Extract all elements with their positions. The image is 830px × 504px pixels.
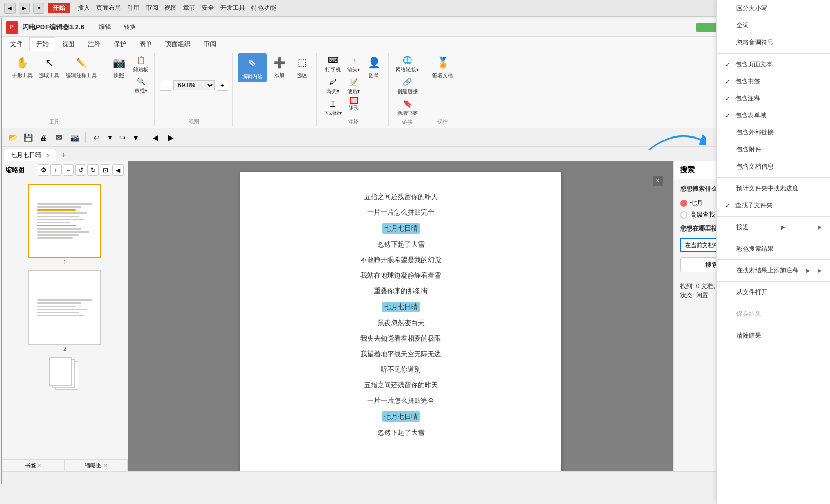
menu-item-彩色搜索结果[interactable]: 彩色搜索结果 xyxy=(717,240,830,257)
zoom-select[interactable]: 69.8% xyxy=(173,80,215,90)
clipboard-btn[interactable]: 📋 剪贴板 xyxy=(131,53,150,74)
ribbon-tab-review[interactable]: 审阅 xyxy=(197,37,223,51)
menu-item-包含外部链接[interactable]: 包含外部链接 xyxy=(717,124,830,141)
tab-add-btn[interactable]: + xyxy=(57,149,70,161)
menu-item-包含注释[interactable]: ✓包含注释 xyxy=(717,90,830,107)
title-menu-convert[interactable]: 转换 xyxy=(122,22,138,33)
doc-tab-active[interactable]: 七月七日晴 × xyxy=(4,149,56,161)
sidebar-collapse-btn[interactable]: ◀ xyxy=(112,164,124,176)
thumbnails-tab-close[interactable]: × xyxy=(104,463,107,468)
menu-item-区分大小写[interactable]: 区分大小写 xyxy=(717,0,830,17)
title-menu-edit[interactable]: 编辑 xyxy=(97,22,113,33)
camera-btn[interactable]: 📷 xyxy=(68,131,81,144)
edit-content-btn[interactable]: ✎ 编辑内容 xyxy=(238,53,267,82)
add-bookmark-btn[interactable]: 🔖 新增书签 xyxy=(394,97,420,117)
email-btn[interactable]: ✉ xyxy=(52,131,66,144)
thumbnail-page2[interactable]: 2 xyxy=(28,270,101,353)
ribbon-tab-view[interactable]: 视图 xyxy=(55,37,81,51)
create-link-btn[interactable]: 🔗 创建链接 xyxy=(394,75,420,96)
select-area-btn[interactable]: ⬚ 选区 xyxy=(292,53,312,80)
sidebar-rotate-right-btn[interactable]: ↻ xyxy=(87,164,99,176)
menu-item-全词[interactable]: 全词 xyxy=(717,17,830,34)
undo-dropdown-btn[interactable]: ▾ xyxy=(105,131,114,144)
menu-item-清除结果[interactable]: 清除结果 xyxy=(717,327,830,344)
edit-annot-btn[interactable]: ✏️ 编辑注释工具 xyxy=(64,53,99,80)
save-btn[interactable]: 💾 xyxy=(21,131,35,144)
ribbon-tab-form[interactable]: 表单 xyxy=(133,37,159,51)
snapshot-btn[interactable]: 📷 快照 xyxy=(109,53,129,80)
ribbon-tab-pages[interactable]: 页面组织 xyxy=(159,37,197,51)
menu-item-包含表单域[interactable]: ✓包含表单域 xyxy=(717,107,830,124)
undo-btn[interactable]: ↩ xyxy=(90,131,103,144)
os-menu-review[interactable]: 审阅 xyxy=(146,4,158,12)
rect-btn[interactable]: 矩形 xyxy=(345,97,361,112)
os-menu-layout[interactable]: 页面布局 xyxy=(96,4,121,12)
hand-tool-btn[interactable]: ✋ 手形工具 xyxy=(10,53,35,80)
print-btn[interactable]: 🖨 xyxy=(37,131,50,144)
nav-back-btn[interactable]: ◀ xyxy=(4,3,16,14)
os-menu-special[interactable]: 特色功能 xyxy=(251,4,276,12)
bookmark-tab-close[interactable]: × xyxy=(38,463,41,468)
menu-item-接近[interactable]: 接近▶ xyxy=(717,219,830,236)
toolbar-nav-back[interactable]: ◀ xyxy=(148,131,162,144)
nav-dropdown-btn[interactable]: ▾ xyxy=(33,3,44,14)
os-menu-security[interactable]: 安全 xyxy=(202,4,214,12)
nav-forward-btn[interactable]: ▶ xyxy=(19,3,30,14)
zoom-in-btn[interactable]: + xyxy=(217,80,228,91)
redo-dropdown-btn[interactable]: ▾ xyxy=(131,131,140,144)
ribbon-tab-protect[interactable]: 保护 xyxy=(107,37,133,51)
zoom-out-btn[interactable]: — xyxy=(160,80,171,91)
typewriter-btn[interactable]: ⌨ 打字机 xyxy=(322,53,343,74)
sticky-btn[interactable]: 📝 便贴▾ xyxy=(345,75,361,96)
highlight-btn[interactable]: 🖊 高亮▾ xyxy=(322,75,343,96)
hand-label: 手形工具 xyxy=(12,72,33,79)
sign-doc-btn[interactable]: 🏅 签名文档 xyxy=(430,53,455,80)
sidebar-tab-thumbnails[interactable]: 缩略图 × xyxy=(65,460,128,471)
radio-qiyue[interactable] xyxy=(680,200,687,207)
tab-close-btn[interactable]: × xyxy=(47,152,50,158)
radio-advanced[interactable] xyxy=(680,211,687,219)
network-link-btn[interactable]: 🌐 网络链接▾ xyxy=(394,53,420,74)
sidebar-rotate-left-btn[interactable]: ↺ xyxy=(75,164,86,176)
toolbar-nav-forward[interactable]: ▶ xyxy=(164,131,177,144)
menu-item-包含书签[interactable]: ✓包含书签 xyxy=(717,73,830,90)
sidebar-zoom-out-btn[interactable]: − xyxy=(63,164,74,176)
menu-item-在搜索结果上添加注释[interactable]: 在搜索结果上添加注释▶ xyxy=(717,262,830,279)
menu-item-忽略音调符号[interactable]: 忽略音调符号 xyxy=(717,34,830,51)
start-button[interactable]: 开始 xyxy=(48,3,70,13)
thumb-1[interactable] xyxy=(28,184,101,258)
doc-scroll-area[interactable]: × 五指之间还残留你的昨天 一片一片怎么拼贴完全 七月七日晴 忽然下起了大雪 不… xyxy=(128,161,673,471)
thumbnail-page1[interactable]: 1 xyxy=(28,184,101,266)
doc-line-15: 七月七日晴 xyxy=(382,411,420,422)
ribbon-tab-annot[interactable]: 注释 xyxy=(81,37,107,51)
menu-item-查找子文件夹[interactable]: ✓查找子文件夹 xyxy=(717,197,830,214)
menu-item-包含附件[interactable]: 包含附件 xyxy=(717,141,830,158)
os-menu-reference[interactable]: 引用 xyxy=(127,4,140,12)
open-btn[interactable]: 📂 xyxy=(6,131,19,144)
menu-item-包含文档信息[interactable]: 包含文档信息 xyxy=(717,158,830,175)
ribbon-tab-file[interactable]: 文件 xyxy=(4,37,29,51)
sidebar-zoom-in-btn[interactable]: + xyxy=(50,164,62,176)
os-menu-dev[interactable]: 开发工具 xyxy=(220,4,245,12)
select-tool-btn[interactable]: ↖ 选取工具 xyxy=(37,53,62,80)
menu-item-从文件打开[interactable]: 从文件打开 xyxy=(717,284,830,301)
find-small-btn[interactable]: 🔍 查找▾ xyxy=(131,74,150,95)
os-menu-chapter[interactable]: 章节 xyxy=(183,4,195,12)
stamp-btn[interactable]: 👤 图章 xyxy=(364,53,384,80)
add-btn[interactable]: ➕ 添加 xyxy=(269,53,290,80)
doc-close-btn[interactable]: × xyxy=(653,176,663,186)
ribbon-tab-start[interactable]: 开始 xyxy=(29,37,55,51)
thumb-2[interactable] xyxy=(28,270,101,345)
sidebar-settings-btn[interactable]: ⚙ xyxy=(38,164,49,176)
sidebar-tab-bookmarks[interactable]: 书签 × xyxy=(2,460,65,471)
os-menu-view[interactable]: 视图 xyxy=(164,4,177,12)
sidebar-expand-btn[interactable]: ⊡ xyxy=(100,164,111,176)
arrow-btn[interactable]: → 箭头▾ xyxy=(345,53,361,74)
menu-item-预计文件夹中搜索进度[interactable]: 预计文件夹中搜索进度 xyxy=(717,180,830,197)
underline-btn[interactable]: T 下划线▾ xyxy=(322,97,343,117)
find-small-icon: 🔍 xyxy=(134,75,147,87)
menu-item-包含页面文本[interactable]: ✓包含页面文本 xyxy=(717,56,830,73)
redo-btn[interactable]: ↪ xyxy=(116,131,129,144)
rect-label: 矩形 xyxy=(349,104,359,112)
os-menu-insert[interactable]: 插入 xyxy=(78,4,90,12)
